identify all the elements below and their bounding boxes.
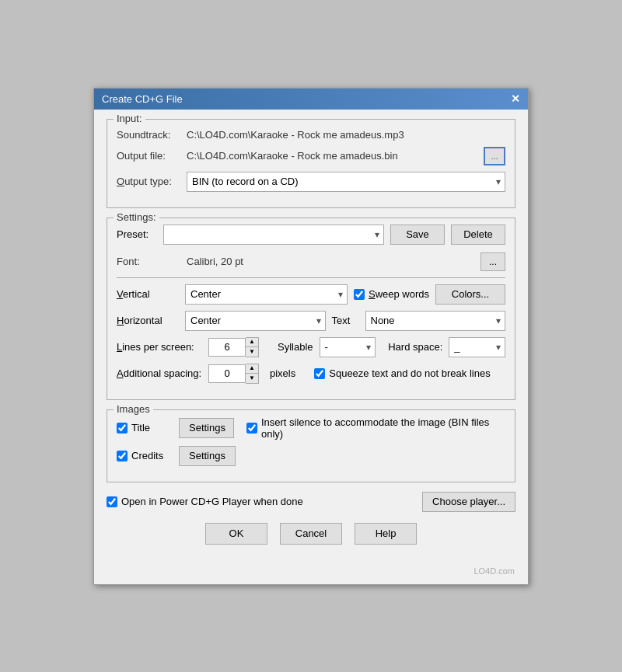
action-buttons: OK Cancel Help [107, 523, 515, 554]
title-image-row: Title Settings Insert silence to accommo… [117, 416, 505, 440]
credits-image-row: Credits Settings [117, 446, 505, 466]
spacing-spinbox-up[interactable]: ▲ [246, 364, 258, 374]
font-row: Font: Calibri, 20 pt ... [117, 252, 505, 271]
spacing-input[interactable] [208, 364, 246, 383]
squeeze-text-label[interactable]: Squeeze text and do not break lines [314, 367, 490, 379]
dialog-title: Create CD+G File [102, 93, 183, 105]
title-label-text: Title [131, 422, 150, 433]
output-type-label: Output type: [117, 176, 187, 187]
text-select[interactable]: None Word by word Line by line [365, 311, 506, 331]
syllable-label: Syllable [278, 341, 313, 353]
spacing-spinbox-down[interactable]: ▼ [246, 374, 258, 383]
credits-checkbox-label[interactable]: Credits [117, 450, 179, 461]
output-type-row: Output type: BIN (to record on a CD) CDG… [117, 172, 505, 192]
open-player-label[interactable]: Open in Power CD+G Player when done [107, 496, 303, 507]
vertical-row: Vertical Center Top Bottom Sweep words C… [117, 284, 505, 305]
input-group-label: Input: [114, 113, 145, 124]
title-checkbox-label[interactable]: Title [117, 422, 179, 433]
hard-space-select-wrapper[interactable]: _ - [449, 337, 505, 357]
output-file-label: Output file: [117, 150, 187, 162]
additional-spacing-label: Additional spacing: [117, 367, 202, 379]
spacing-spinbox[interactable]: ▲ ▼ [208, 364, 259, 384]
font-browse-button[interactable]: ... [480, 252, 505, 271]
spacing-spinbox-buttons: ▲ ▼ [246, 364, 259, 384]
output-type-label-text: utput type: [124, 176, 172, 187]
choose-player-button[interactable]: Choose player... [422, 492, 515, 512]
title-settings-button[interactable]: Settings [179, 418, 234, 438]
insert-silence-checkbox[interactable] [246, 423, 257, 433]
input-group: Input: Soundtrack: C:\LO4D.com\Karaoke -… [107, 119, 515, 208]
font-label: Font: [117, 256, 187, 267]
vertical-label: Vertical [117, 288, 179, 300]
hard-space-select[interactable]: _ - [449, 337, 505, 357]
images-group-label: Images [114, 403, 153, 415]
output-file-value: C:\LO4D.com\Karaoke - Rock me amadeus.bi… [187, 150, 480, 162]
preset-select-wrapper[interactable] [163, 225, 384, 245]
settings-group: Settings: Preset: Save Delete Font: Cali… [107, 218, 515, 400]
lines-spinbox-up[interactable]: ▲ [246, 338, 258, 347]
sweep-words-label[interactable]: Sweep words [354, 288, 429, 300]
lines-per-screen-label: Lines per screen: [117, 341, 202, 353]
watermark: LO4D.com [473, 566, 515, 576]
credits-label-text: Credits [131, 450, 163, 461]
lines-per-screen-input[interactable] [208, 338, 246, 357]
output-file-row: Output file: C:\LO4D.com\Karaoke - Rock … [117, 147, 505, 165]
horizontal-label: Horizontal [117, 315, 179, 326]
spacing-row: Additional spacing: ▲ ▼ pixels Squeeze t… [117, 364, 505, 384]
text-label: Text [332, 315, 359, 326]
ok-button[interactable]: OK [205, 523, 267, 545]
pixels-label: pixels [270, 367, 295, 379]
title-checkbox[interactable] [117, 423, 128, 433]
browse-button[interactable]: ... [484, 147, 505, 165]
credits-checkbox[interactable] [117, 451, 128, 461]
squeeze-text-text: Squeeze text and do not break lines [329, 367, 490, 379]
credits-settings-button[interactable]: Settings [179, 446, 236, 466]
insert-silence-label[interactable]: Insert silence to accommodate the image … [246, 416, 505, 440]
syllable-select-wrapper[interactable]: - _ | [320, 337, 376, 357]
open-player-row: Open in Power CD+G Player when done Choo… [107, 492, 515, 512]
sweep-words-checkbox[interactable] [354, 289, 365, 300]
preset-select[interactable] [163, 225, 384, 245]
soundtrack-row: Soundtrack: C:\LO4D.com\Karaoke - Rock m… [117, 129, 505, 141]
lines-spinbox-buttons: ▲ ▼ [246, 337, 259, 357]
squeeze-text-checkbox[interactable] [314, 368, 325, 379]
lines-row: Lines per screen: ▲ ▼ Syllable - _ | [117, 337, 505, 357]
horizontal-row: Horizontal Center Left Right Text None W… [117, 311, 505, 331]
help-button[interactable]: Help [355, 523, 417, 545]
horizontal-select-wrapper[interactable]: Center Left Right [185, 311, 326, 331]
separator-1 [117, 277, 505, 278]
output-type-select-wrapper[interactable]: BIN (to record on a CD) CDG only MP3+G (… [187, 172, 505, 192]
horizontal-select[interactable]: Center Left Right [185, 311, 326, 331]
soundtrack-value: C:\LO4D.com\Karaoke - Rock me amadeus.mp… [187, 129, 505, 141]
delete-preset-button[interactable]: Delete [451, 225, 505, 245]
vertical-select-wrapper[interactable]: Center Top Bottom [185, 284, 348, 305]
colors-button[interactable]: Colors... [435, 284, 505, 305]
lines-per-screen-spinbox[interactable]: ▲ ▼ [208, 337, 259, 357]
output-type-select[interactable]: BIN (to record on a CD) CDG only MP3+G (… [187, 172, 505, 192]
text-select-wrapper[interactable]: None Word by word Line by line [365, 311, 506, 331]
sweep-words-text: Sweep words [369, 288, 429, 300]
soundtrack-label: Soundtrack: [117, 129, 187, 141]
vertical-select[interactable]: Center Top Bottom [185, 284, 348, 305]
preset-row: Preset: Save Delete [117, 225, 505, 245]
insert-silence-text: Insert silence to accommodate the image … [261, 416, 505, 440]
title-bar: Create CD+G File ✕ [94, 89, 528, 110]
font-value: Calibri, 20 pt [187, 256, 480, 267]
syllable-select[interactable]: - _ | [320, 337, 376, 357]
open-player-checkbox[interactable] [107, 496, 117, 507]
close-button[interactable]: ✕ [511, 93, 520, 104]
preset-label: Preset: [117, 228, 157, 240]
images-group: Images Title Settings Insert silence to … [107, 409, 515, 482]
cancel-button[interactable]: Cancel [280, 523, 342, 545]
hard-space-label: Hard space: [388, 341, 442, 353]
open-player-text: Open in Power CD+G Player when done [121, 496, 303, 507]
save-preset-button[interactable]: Save [390, 225, 445, 245]
lines-spinbox-down[interactable]: ▼ [246, 347, 258, 357]
settings-group-label: Settings: [114, 211, 159, 223]
